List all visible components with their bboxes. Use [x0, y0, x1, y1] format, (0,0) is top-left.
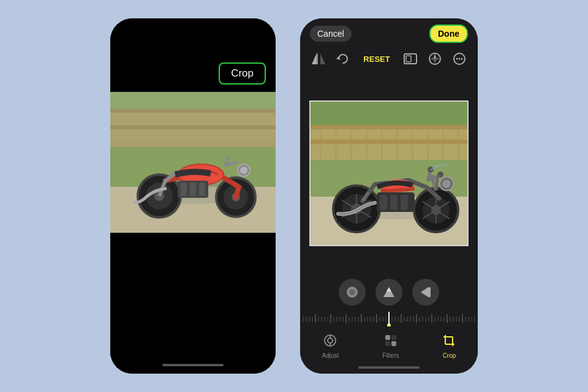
svg-point-134: [328, 338, 333, 343]
filters-icon: [384, 334, 398, 350]
nav-item-filters[interactable]: Filters: [382, 334, 399, 359]
reset-button[interactable]: RESET: [363, 55, 390, 64]
svg-marker-24: [336, 56, 341, 60]
svg-rect-145: [445, 337, 453, 344]
done-button[interactable]: Done: [429, 24, 468, 43]
home-indicator-right: [300, 366, 478, 374]
more-button[interactable]: [451, 50, 468, 67]
cancel-button[interactable]: Cancel: [310, 26, 352, 42]
ruler-area: [300, 274, 478, 329]
svg-rect-42: [396, 125, 398, 160]
svg-rect-64: [401, 195, 408, 210]
arrow-adj-button[interactable]: [412, 279, 439, 306]
svg-point-29: [456, 58, 458, 60]
svg-rect-40: [366, 125, 368, 160]
svg-point-68: [442, 179, 451, 188]
svg-rect-16: [181, 183, 187, 196]
mountain-adj-button[interactable]: [375, 279, 402, 306]
icon-toolbar: RESET: [300, 48, 478, 72]
bottom-nav: Adjust Filters: [300, 329, 478, 366]
svg-rect-4: [110, 126, 276, 129]
svg-rect-39: [350, 125, 352, 160]
svg-rect-74: [428, 287, 431, 297]
svg-marker-23: [320, 53, 325, 64]
svg-rect-46: [458, 125, 459, 160]
crop-button[interactable]: Crop: [219, 62, 266, 85]
nav-label-crop: Crop: [443, 352, 456, 359]
home-indicator: [162, 364, 224, 366]
svg-rect-139: [385, 341, 390, 346]
left-phone: Crop: [110, 18, 276, 374]
svg-rect-137: [385, 335, 390, 340]
ruler[interactable]: [300, 312, 478, 326]
nav-label-filters: Filters: [382, 352, 399, 359]
svg-rect-18: [199, 183, 205, 196]
svg-marker-21: [312, 53, 317, 64]
crop-frame[interactable]: [309, 100, 469, 246]
svg-rect-45: [442, 125, 444, 160]
svg-rect-43: [412, 125, 413, 160]
ruler-dot: [387, 325, 391, 326]
svg-marker-72: [386, 287, 391, 292]
photo-area: [110, 92, 276, 374]
svg-rect-37: [320, 125, 322, 160]
svg-rect-140: [391, 341, 396, 346]
flip-button[interactable]: [310, 50, 327, 67]
nav-label-adjust: Adjust: [322, 352, 339, 359]
nav-item-adjust[interactable]: Adjust: [322, 334, 339, 359]
svg-rect-62: [380, 195, 387, 210]
svg-rect-41: [381, 125, 383, 160]
adjust-icon: [323, 334, 337, 350]
top-bar: Crop: [110, 18, 276, 92]
right-phone: Cancel Done RESET: [300, 18, 478, 374]
bottom-black-area: [110, 233, 276, 374]
svg-rect-3: [110, 109, 276, 113]
svg-rect-35: [311, 125, 469, 129]
svg-rect-138: [391, 335, 396, 340]
svg-point-70: [349, 289, 355, 295]
crop-nav-icon: [442, 334, 456, 350]
aspect-ratio-button[interactable]: [402, 50, 419, 67]
motorcycle-image-left: [110, 92, 276, 233]
svg-rect-44: [427, 125, 429, 160]
svg-rect-26: [406, 56, 411, 62]
adjustment-icons: [339, 279, 439, 306]
crop-image-area: [300, 72, 478, 274]
top-toolbar: Cancel Done: [300, 18, 478, 48]
home-bar: [358, 366, 420, 369]
auto-button[interactable]: [426, 50, 443, 67]
svg-rect-17: [190, 183, 196, 196]
svg-rect-36: [311, 140, 469, 144]
rotate-button[interactable]: [334, 50, 352, 67]
svg-point-31: [461, 58, 463, 60]
motorcycle-image-right: [311, 102, 467, 245]
nav-item-crop[interactable]: Crop: [442, 334, 456, 359]
svg-rect-63: [390, 195, 398, 210]
svg-point-30: [459, 58, 461, 60]
svg-marker-73: [421, 287, 428, 297]
svg-point-20: [240, 167, 247, 174]
circle-adj-button[interactable]: [339, 279, 366, 306]
ruler-center-line: [388, 312, 390, 326]
svg-rect-38: [335, 125, 337, 160]
